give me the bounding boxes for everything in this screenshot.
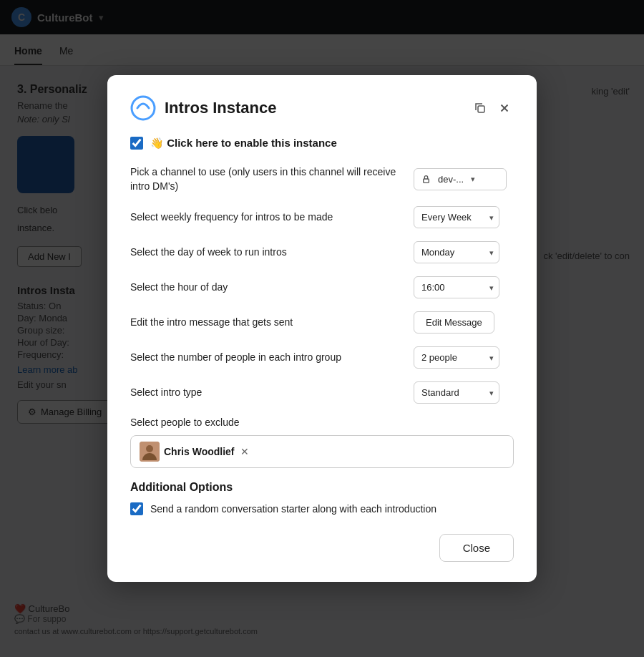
conversation-starter-label: Send a random conversation starter along… bbox=[150, 503, 436, 515]
day-control: Monday ▾ bbox=[414, 241, 514, 263]
hour-control: 16:00 ▾ bbox=[414, 276, 514, 298]
hour-row: Select the hour of day 16:00 ▾ bbox=[130, 276, 514, 298]
enable-instance-row: 👋 Click here to enable this instance bbox=[130, 137, 514, 150]
excluded-person-tag: Chris Woodlief ✕ bbox=[140, 442, 250, 462]
frequency-select-wrapper[interactable]: Every Week ▾ bbox=[414, 206, 499, 228]
channel-control: dev-... ▾ bbox=[414, 168, 514, 190]
modal-logo-icon bbox=[130, 95, 156, 121]
additional-options-section: Additional Options Send a random convers… bbox=[130, 481, 514, 515]
excluded-person-name: Chris Woodlief bbox=[164, 446, 235, 457]
person-avatar bbox=[140, 442, 160, 462]
people-count-control: 2 people ▾ bbox=[414, 346, 514, 369]
day-select-wrapper[interactable]: Monday ▾ bbox=[414, 241, 499, 263]
svg-rect-4 bbox=[424, 179, 429, 182]
edit-message-control: Edit Message bbox=[414, 311, 514, 334]
edit-message-row: Edit the intro message that gets sent Ed… bbox=[130, 311, 514, 334]
channel-label: Pick a channel to use (only users in thi… bbox=[130, 165, 402, 193]
conversation-starter-checkbox[interactable] bbox=[130, 502, 143, 515]
edit-message-label: Edit the intro message that gets sent bbox=[130, 316, 402, 330]
day-select[interactable]: Monday bbox=[414, 241, 499, 263]
svg-point-0 bbox=[132, 97, 155, 120]
conversation-starter-row: Send a random conversation starter along… bbox=[130, 502, 514, 515]
people-count-select-wrapper[interactable]: 2 people ▾ bbox=[414, 346, 499, 369]
frequency-row: Select weekly frequency for intros to be… bbox=[130, 206, 514, 228]
modal-backdrop: Intros Instance 👋 Click bbox=[0, 0, 644, 657]
lock-icon bbox=[421, 175, 431, 184]
remove-person-button[interactable]: ✕ bbox=[239, 446, 250, 457]
channel-select-wrapper[interactable]: dev-... ▾ bbox=[414, 168, 507, 190]
svg-point-6 bbox=[146, 445, 153, 452]
copy-button[interactable] bbox=[471, 99, 489, 117]
day-label: Select the day of week to run intros bbox=[130, 245, 402, 260]
frequency-label: Select weekly frequency for intros to be… bbox=[130, 210, 402, 225]
exclude-section: Select people to exclude Chris Woodlief … bbox=[130, 417, 514, 468]
enable-instance-checkbox[interactable] bbox=[130, 137, 143, 150]
modal-header-actions bbox=[471, 99, 514, 117]
day-row: Select the day of week to run intros Mon… bbox=[130, 241, 514, 263]
frequency-select[interactable]: Every Week bbox=[414, 206, 499, 228]
hour-select[interactable]: 16:00 bbox=[414, 276, 499, 298]
additional-options-title: Additional Options bbox=[130, 481, 514, 494]
edit-message-button[interactable]: Edit Message bbox=[414, 311, 494, 334]
modal-footer: Close bbox=[130, 531, 514, 562]
close-dialog-button[interactable] bbox=[495, 99, 514, 117]
exclude-input-box[interactable]: Chris Woodlief ✕ bbox=[130, 435, 514, 468]
channel-value: dev-... bbox=[438, 174, 464, 185]
people-count-select[interactable]: 2 people bbox=[414, 346, 499, 369]
enable-instance-label: 👋 Click here to enable this instance bbox=[150, 137, 337, 150]
people-count-row: Select the number of people in each intr… bbox=[130, 346, 514, 369]
exclude-label: Select people to exclude bbox=[130, 417, 514, 428]
channel-caret: ▾ bbox=[471, 175, 475, 184]
frequency-control: Every Week ▾ bbox=[414, 206, 514, 228]
intro-type-select-wrapper[interactable]: Standard ▾ bbox=[414, 381, 499, 404]
modal-dialog: Intros Instance 👋 Click bbox=[107, 75, 537, 582]
channel-row: Pick a channel to use (only users in thi… bbox=[130, 165, 514, 193]
intro-type-select[interactable]: Standard bbox=[414, 381, 499, 404]
intro-type-control: Standard ▾ bbox=[414, 381, 514, 404]
hour-select-wrapper[interactable]: 16:00 ▾ bbox=[414, 276, 499, 298]
intro-type-row: Select intro type Standard ▾ bbox=[130, 381, 514, 404]
modal-title: Intros Instance bbox=[165, 99, 462, 117]
avatar-silhouette bbox=[140, 442, 160, 462]
svg-rect-1 bbox=[478, 106, 484, 112]
people-count-label: Select the number of people in each intr… bbox=[130, 351, 402, 365]
intro-type-label: Select intro type bbox=[130, 386, 402, 400]
hour-label: Select the hour of day bbox=[130, 281, 402, 295]
modal-header: Intros Instance bbox=[130, 95, 514, 121]
close-button[interactable]: Close bbox=[439, 534, 514, 562]
